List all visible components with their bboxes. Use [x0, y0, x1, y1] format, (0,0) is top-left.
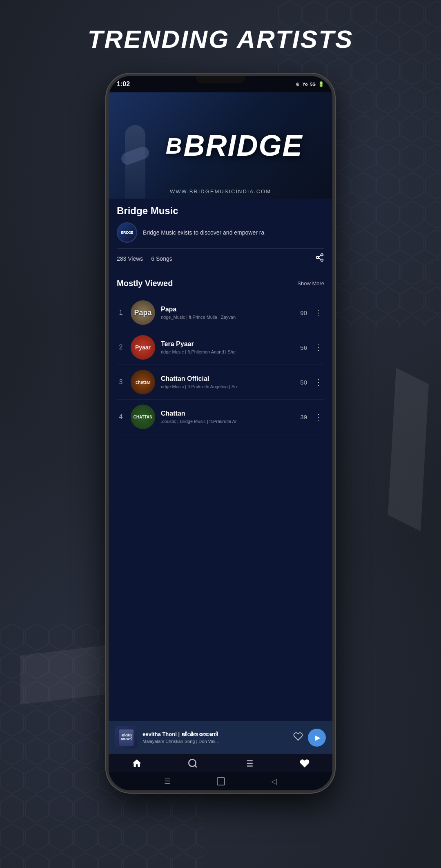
favorites-icon — [299, 758, 310, 771]
song-menu-button[interactable]: ⋮ — [313, 377, 324, 387]
song-number: 3 — [117, 378, 125, 386]
now-playing-bar[interactable]: ജീവിതതോണി eevitha Thoni | ജീവിത തോണി Mal… — [109, 721, 332, 754]
song-title: Papa — [161, 306, 289, 313]
5g-icon: 5G — [310, 82, 316, 87]
song-menu-button[interactable]: ⋮ — [313, 342, 324, 352]
song-plays: 90 — [295, 309, 307, 316]
svg-point-4 — [321, 254, 323, 256]
hero-banner: BBRIDGE WWW.BRIDGEMUSICINDIA.COM — [109, 92, 332, 199]
song-item[interactable]: 3 chattar Chattan Official ridge Music |… — [117, 365, 324, 400]
views-count: 283 Views — [117, 255, 143, 262]
share-button[interactable] — [315, 253, 324, 264]
song-info: Tera Pyaar ridge Music | ft.Philemon Ana… — [161, 340, 289, 354]
home-icon — [131, 758, 142, 771]
artist-thumb-inner: BRIDGE — [118, 224, 136, 242]
song-thumbnail-pyaar: Pyaar — [131, 335, 155, 360]
signal-icon: Yo — [302, 82, 307, 87]
song-plays: 50 — [295, 379, 307, 386]
artist-name: Bridge Music — [117, 205, 324, 217]
songs-section: Mostly Viewed Show More 1 Papa Papa ridg… — [109, 272, 332, 441]
stats-row: 283 Views 6 Songs — [117, 248, 324, 268]
android-menu-button[interactable]: ☰ — [164, 777, 171, 786]
play-button[interactable]: ▶ — [308, 729, 326, 747]
search-icon — [187, 758, 198, 771]
song-title: Chattan — [161, 410, 289, 417]
phone-frame: 1:02 ⊕ Yo 5G 🔋 BBRIDGE — [106, 74, 335, 793]
song-number: 1 — [117, 309, 125, 316]
favorite-button[interactable] — [293, 732, 303, 744]
svg-point-5 — [316, 256, 319, 259]
svg-line-10 — [195, 765, 197, 767]
performer-silhouette — [121, 117, 162, 199]
song-menu-button[interactable]: ⋮ — [313, 308, 324, 318]
show-more-button[interactable]: Show More — [297, 280, 324, 286]
artist-header: Bridge Music BRIDGE Bridge Music exists … — [109, 199, 332, 272]
status-icons: ⊕ Yo 5G 🔋 — [296, 81, 324, 87]
song-subtitle: ridge Music | ft.Philemon Anand | She — [161, 349, 289, 354]
song-thumbnail-chattan-official: chattar — [131, 370, 155, 394]
song-plays: 56 — [295, 344, 307, 351]
status-time: 1:02 — [117, 81, 130, 88]
song-item[interactable]: 2 Pyaar Tera Pyaar ridge Music | ft.Phil… — [117, 330, 324, 365]
phone-screen: 1:02 ⊕ Yo 5G 🔋 BBRIDGE — [109, 76, 332, 790]
song-item[interactable]: 4 CHATTAN Chattan .coustic | Bridge Musi… — [117, 400, 324, 434]
artist-info-row: BRIDGE Bridge Music exists to discover a… — [117, 222, 324, 243]
artist-thumbnail: BRIDGE — [117, 222, 137, 243]
svg-line-8 — [318, 255, 321, 257]
stats-text: 283 Views 6 Songs — [117, 255, 172, 262]
playlist-icon — [243, 758, 254, 771]
song-item[interactable]: 1 Papa Papa ridge_Music | ft.Prince Mull… — [117, 295, 324, 330]
phone-notch — [196, 76, 245, 83]
song-subtitle: .coustic | Bridge Music | ft.Prakruthi A… — [161, 419, 289, 424]
song-subtitle: ridge_Music | ft.Prince Mulla | Zayvan — [161, 315, 289, 320]
battery-icon: 🔋 — [318, 81, 324, 87]
now-playing-title: eevitha Thoni | ജീവിത തോണി — [143, 731, 288, 738]
song-title: Chattan Official — [161, 375, 289, 383]
android-nav-bar: ☰ ◁ — [109, 772, 332, 790]
section-header: Mostly Viewed Show More — [117, 279, 324, 288]
svg-line-7 — [318, 258, 321, 260]
song-thumbnail-chattan: CHATTAN — [131, 405, 155, 429]
song-number: 4 — [117, 413, 125, 421]
now-playing-info: eevitha Thoni | ജീവിത തോണി Malayalam Chr… — [143, 731, 288, 744]
volume-silent-button — [106, 178, 108, 199]
song-info: Papa ridge_Music | ft.Prince Mulla | Zay… — [161, 306, 289, 320]
song-info: Chattan Official ridge Music | ft.Prakru… — [161, 375, 289, 389]
volume-up-button — [106, 207, 108, 239]
songs-count: 6 Songs — [151, 255, 172, 262]
android-back-button[interactable]: ◁ — [271, 777, 277, 786]
song-menu-button[interactable]: ⋮ — [313, 412, 324, 422]
song-info: Chattan .coustic | Bridge Music | ft.Pra… — [161, 410, 289, 424]
song-title: Tera Pyaar — [161, 340, 289, 348]
page-title: TRENDING ARTISTS — [0, 25, 441, 54]
section-title: Mostly Viewed — [117, 279, 173, 288]
svg-point-6 — [321, 259, 323, 262]
android-home-button[interactable] — [217, 777, 225, 785]
song-subtitle: ridge Music | ft.Prakruthi Angelina | So — [161, 384, 289, 389]
power-button — [333, 199, 335, 231]
play-icon: ▶ — [315, 733, 321, 742]
svg-point-9 — [189, 759, 196, 766]
song-number: 2 — [117, 344, 125, 351]
artist-description: Bridge Music exists to discover and empo… — [143, 229, 324, 236]
app-content-area: Bridge Music BRIDGE Bridge Music exists … — [109, 199, 332, 790]
song-thumbnail-papa: Papa — [131, 300, 155, 325]
volume-down-button — [106, 248, 108, 280]
song-plays: 39 — [295, 414, 307, 421]
artist-thumb-label: BRIDGE — [121, 230, 133, 235]
now-playing-subtitle: Malayalam Christian Song | Don Vali... — [143, 739, 288, 744]
now-playing-thumbnail: ജീവിതതോണി — [115, 726, 138, 749]
bridge-logo: BBRIDGE — [166, 131, 303, 160]
bluetooth-icon: ⊕ — [296, 81, 300, 87]
